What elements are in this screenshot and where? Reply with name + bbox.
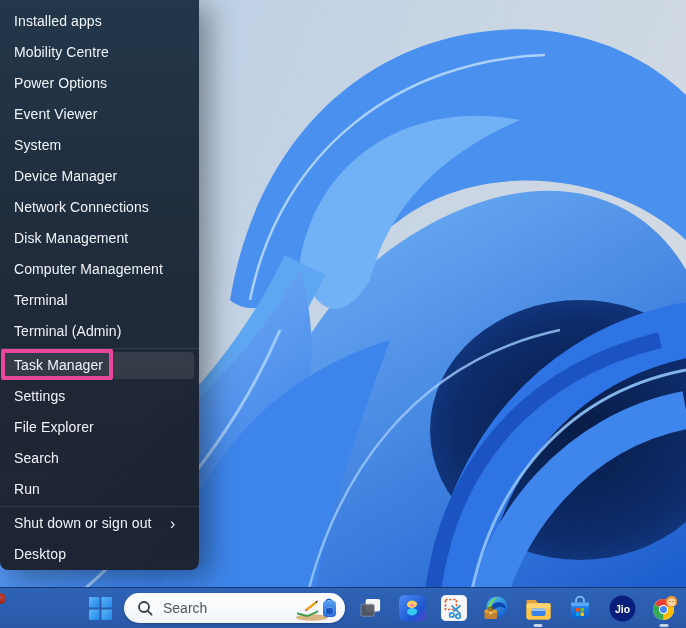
menu-item-desktop[interactable]: Desktop xyxy=(0,539,199,570)
taskbar: Search xyxy=(0,587,686,628)
menu-item-label: Device Manager xyxy=(0,168,117,184)
search-icon xyxy=(137,600,154,617)
search-placeholder-text: Search xyxy=(163,600,294,616)
menu-item-computer-management[interactable]: Computer Management xyxy=(0,254,199,285)
partial-icon-left-edge xyxy=(0,593,6,604)
menu-separator xyxy=(0,348,199,349)
menu-item-label: Disk Management xyxy=(0,230,128,246)
menu-item-label: Shut down or sign out xyxy=(0,515,152,531)
menu-item-label: Event Viewer xyxy=(0,106,97,122)
menu-item-label: System xyxy=(0,137,61,153)
menu-item-label: Terminal xyxy=(0,292,68,308)
menu-item-label: Task Manager xyxy=(0,357,103,373)
task-view-button[interactable] xyxy=(349,588,391,628)
edge-work-profile-button[interactable] xyxy=(475,588,517,628)
winx-power-user-menu: Installed apps Mobility Centre Power Opt… xyxy=(0,0,199,570)
windows-logo-icon xyxy=(89,597,112,620)
taskbar-center-group: Search xyxy=(78,588,685,628)
chrome-profile-avatar-badge xyxy=(665,595,677,607)
menu-item-label: File Explorer xyxy=(0,419,94,435)
menu-item-installed-apps[interactable]: Installed apps xyxy=(0,6,199,37)
menu-item-label: Installed apps xyxy=(0,13,102,29)
menu-item-task-manager[interactable]: Task Manager xyxy=(0,350,199,381)
chrome-icon xyxy=(651,595,678,622)
menu-item-run[interactable]: Run xyxy=(0,474,199,505)
jio-icon: Jio xyxy=(609,595,636,622)
snipping-tool-button[interactable] xyxy=(433,588,475,628)
menu-item-system[interactable]: System xyxy=(0,130,199,161)
menu-item-label: Power Options xyxy=(0,75,107,91)
menu-item-file-explorer[interactable]: File Explorer xyxy=(0,412,199,443)
running-app-indicator xyxy=(660,624,669,627)
menu-item-label: Computer Management xyxy=(0,261,163,277)
file-explorer-icon xyxy=(525,596,552,621)
copilot-icon xyxy=(399,595,425,621)
menu-item-label: Network Connections xyxy=(0,199,149,215)
menu-item-label: Terminal (Admin) xyxy=(0,323,121,339)
menu-item-terminal-admin[interactable]: Terminal (Admin) xyxy=(0,316,199,347)
jio-label: Jio xyxy=(614,602,629,614)
search-box[interactable]: Search xyxy=(124,593,345,623)
start-button[interactable] xyxy=(78,588,122,628)
microsoft-store-button[interactable] xyxy=(559,588,601,628)
menu-item-label: Mobility Centre xyxy=(0,44,109,60)
microsoft-store-icon xyxy=(567,595,593,621)
menu-item-shut-down-or-sign-out[interactable]: Shut down or sign out › xyxy=(0,508,199,539)
menu-item-device-manager[interactable]: Device Manager xyxy=(0,161,199,192)
task-view-icon xyxy=(358,596,383,621)
edge-icon xyxy=(483,595,510,622)
menu-item-label: Desktop xyxy=(0,546,66,562)
menu-item-mobility-centre[interactable]: Mobility Centre xyxy=(0,37,199,68)
menu-item-label: Settings xyxy=(0,388,65,404)
menu-separator xyxy=(0,506,199,507)
menu-item-label: Search xyxy=(0,450,59,466)
menu-item-search[interactable]: Search xyxy=(0,443,199,474)
menu-item-label: Run xyxy=(0,481,40,497)
chrome-button[interactable] xyxy=(643,588,685,628)
jio-app-button[interactable]: Jio xyxy=(601,588,643,628)
menu-item-disk-management[interactable]: Disk Management xyxy=(0,223,199,254)
menu-item-network-connections[interactable]: Network Connections xyxy=(0,192,199,223)
menu-item-power-options[interactable]: Power Options xyxy=(0,68,199,99)
menu-item-settings[interactable]: Settings xyxy=(0,381,199,412)
search-highlights-icon[interactable] xyxy=(294,595,340,621)
menu-item-event-viewer[interactable]: Event Viewer xyxy=(0,99,199,130)
submenu-chevron-icon: › xyxy=(170,508,175,539)
running-app-indicator xyxy=(534,624,543,627)
file-explorer-button[interactable] xyxy=(517,588,559,628)
copilot-button[interactable] xyxy=(391,588,433,628)
menu-item-terminal[interactable]: Terminal xyxy=(0,285,199,316)
snipping-tool-icon xyxy=(441,595,467,621)
